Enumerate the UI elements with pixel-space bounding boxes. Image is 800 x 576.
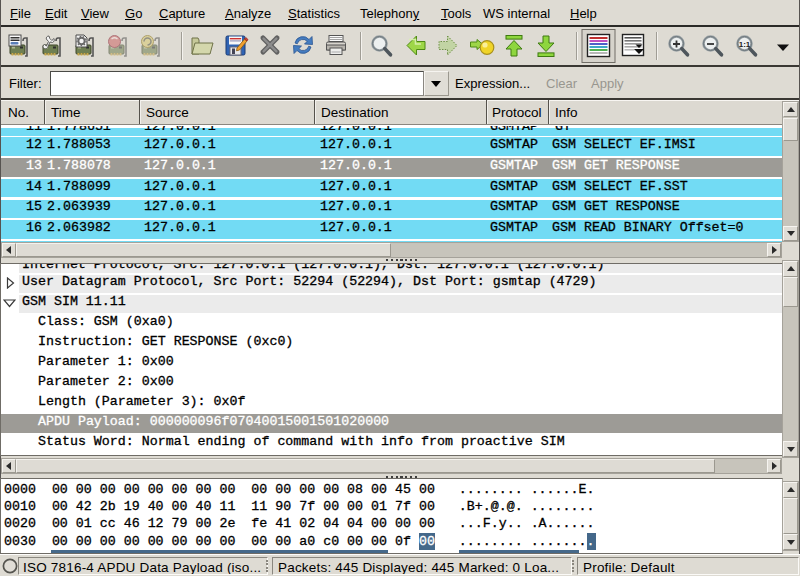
svg-text:1:1: 1:1 [739,40,751,49]
